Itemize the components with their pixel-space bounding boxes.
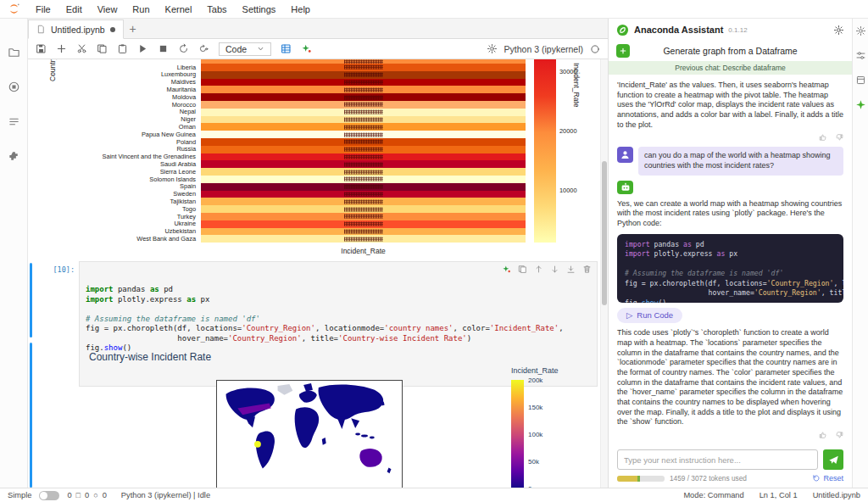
tab-untitled-notebook[interactable]: Untitled.ipynb	[28, 20, 124, 39]
heatmap-annotations	[344, 162, 383, 166]
heatmap-annotations	[344, 192, 383, 196]
menu-settings[interactable]: Settings	[235, 2, 284, 17]
kernel-status-icon[interactable]	[590, 44, 600, 54]
cursor-position[interactable]: Ln 1, Col 1	[760, 491, 798, 499]
left-sidebar	[0, 19, 28, 488]
heatmap-row-label: Nepal	[28, 109, 201, 116]
running-sessions-icon[interactable]	[8, 81, 20, 93]
statusbar-filename: Untitled.ipynb	[813, 491, 860, 499]
scrollbar-thumb[interactable]	[602, 161, 607, 305]
kernel-name[interactable]: Python 3 (ipykernel)	[504, 44, 583, 54]
tools-icon[interactable]	[855, 50, 866, 61]
table-of-contents-icon[interactable]	[8, 115, 20, 128]
heatmap-row: Togo	[28, 205, 526, 213]
heatmap-annotations	[344, 222, 383, 226]
restart-icon[interactable]	[178, 43, 189, 54]
thumb-up-icon[interactable]	[819, 431, 827, 439]
assistant-sparkle-icon[interactable]	[855, 99, 866, 110]
active-cell-output-bar[interactable]	[30, 343, 32, 488]
new-chat-button[interactable]	[616, 44, 630, 58]
menu-file[interactable]: File	[28, 2, 58, 17]
toolbar-extra-icons	[281, 43, 312, 54]
copy-icon[interactable]	[97, 43, 108, 54]
code-line: import plotly.express as px	[86, 295, 591, 305]
gear-icon[interactable]	[487, 43, 498, 54]
token-usage-text: 1459 / 3072 tokens used	[670, 474, 747, 482]
assistant-settings-icon[interactable]	[833, 25, 844, 36]
previous-chat-banner[interactable]: Previous chat: Describe dataframe	[609, 61, 852, 75]
extensions-icon[interactable]	[8, 150, 20, 163]
feedback-row	[617, 133, 843, 142]
heatmap-colorbar-label: Incident_Rate	[572, 63, 581, 107]
unsaved-dot-icon[interactable]	[110, 27, 115, 32]
choropleth-title: Country-wise Incident Rate	[89, 351, 211, 363]
heatmap-row: Sweden	[28, 191, 526, 198]
notebook-content: Country LiberiaLuxembourgMaldivesMaurita…	[28, 59, 608, 488]
cut-icon[interactable]	[76, 43, 87, 54]
inspector-icon[interactable]	[855, 75, 866, 86]
heatmap-row-band	[201, 79, 526, 86]
world-map[interactable]	[216, 380, 403, 488]
cell-type-dropdown[interactable]: Code	[219, 42, 271, 56]
heatmap-row-label: Sierra Leone	[28, 168, 201, 176]
heatmap-row-band	[201, 205, 526, 213]
instruction-input[interactable]	[617, 449, 818, 470]
choropleth-colorbar-tick: 200k	[528, 376, 542, 384]
heatmap-row: Luxembourg	[28, 71, 526, 79]
thumb-down-icon[interactable]	[835, 431, 843, 439]
run-code-button[interactable]: ▷ Run Code	[617, 308, 682, 323]
heatmap-row: Sierra Leone	[28, 168, 526, 176]
run-icon[interactable]	[137, 43, 148, 54]
heatmap-row: Turkey	[28, 213, 526, 220]
thumb-up-icon[interactable]	[819, 133, 827, 142]
heatmap-row-band	[201, 220, 526, 228]
heatmap-row: Oman	[28, 123, 526, 131]
chevron-down-icon	[257, 45, 264, 53]
grid-icon[interactable]	[281, 43, 292, 54]
insert-below-icon[interactable]	[566, 265, 576, 274]
heatmap-row-band	[201, 153, 526, 161]
duplicate-icon[interactable]	[518, 265, 527, 274]
menu-tabs[interactable]: Tabs	[199, 2, 234, 17]
session-counts: 0□0○0	[67, 491, 106, 499]
gear-icon[interactable]	[855, 25, 866, 36]
heatmap-row-band	[201, 138, 526, 146]
heatmap-row-band	[201, 86, 526, 93]
kernel-status[interactable]: Python 3 (ipykernel) | Idle	[121, 491, 210, 499]
active-cell-bar[interactable]	[30, 263, 32, 337]
menu-run[interactable]: Run	[125, 2, 157, 17]
thumb-down-icon[interactable]	[835, 133, 843, 142]
menu-help[interactable]: Help	[283, 2, 318, 17]
heatmap-row-label: Togo	[28, 205, 201, 213]
menu-kernel[interactable]: Kernel	[158, 2, 200, 17]
paste-icon[interactable]	[117, 43, 128, 54]
folder-icon[interactable]	[8, 46, 20, 59]
assistant-code-block[interactable]: import pandas as pdimport plotly.express…	[617, 234, 843, 303]
delete-icon[interactable]	[582, 265, 592, 274]
save-icon[interactable]	[36, 43, 47, 54]
sparkle-icon[interactable]	[502, 265, 511, 274]
move-down-icon[interactable]	[550, 265, 559, 274]
heatmap-row-band	[201, 228, 526, 236]
menu-edit[interactable]: Edit	[58, 2, 90, 17]
user-message: can you do a map of the world with a hea…	[638, 147, 843, 175]
simple-mode-toggle[interactable]	[39, 491, 59, 500]
heatmap-annotations	[344, 185, 383, 189]
reset-button[interactable]: Reset	[812, 474, 843, 482]
sparkle-icon[interactable]	[301, 43, 312, 54]
restart-run-all-icon[interactable]	[198, 43, 209, 54]
send-button[interactable]	[823, 449, 843, 470]
world-map-svg	[217, 381, 402, 488]
heatmap-row: Tajikistan	[28, 198, 526, 205]
choropleth-colorbar	[511, 380, 524, 488]
move-up-icon[interactable]	[534, 265, 543, 274]
new-tab-button[interactable]: +	[124, 20, 142, 38]
heatmap-row-band	[201, 213, 526, 220]
heatmap-row: Ukraine	[28, 220, 526, 228]
stop-icon[interactable]	[158, 43, 169, 54]
mode-indicator[interactable]: Mode: Command	[683, 491, 743, 499]
notebook-scrollbar[interactable]	[600, 59, 608, 488]
menu-view[interactable]: View	[90, 2, 125, 17]
play-icon: ▷	[626, 310, 632, 321]
add-cell-icon[interactable]	[56, 43, 67, 54]
